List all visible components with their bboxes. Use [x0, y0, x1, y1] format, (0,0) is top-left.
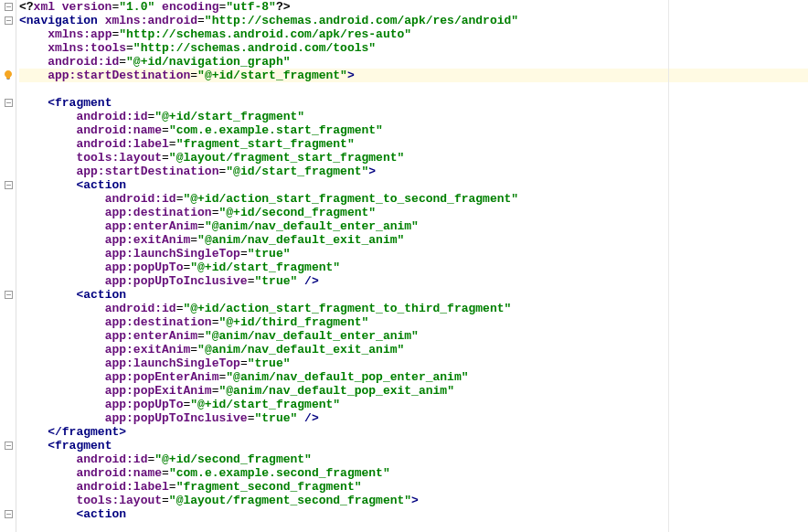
xml-editor[interactable]: <?xml version="1.0" encoding="utf-8"?><n…	[0, 0, 808, 532]
code-line[interactable]: app:launchSingleTop="true"	[19, 247, 808, 261]
code-line[interactable]: android:label="fragment_start_fragment"	[19, 137, 808, 151]
token: "@anim/nav_default_pop_exit_anim"	[218, 384, 453, 398]
token: =	[162, 494, 169, 507]
token: =	[169, 137, 176, 151]
token: enterAnim	[133, 219, 197, 233]
code-line[interactable]: app:destination="@+id/second_fragment"	[19, 206, 808, 219]
token: <?	[19, 0, 34, 14]
token: popEnterAnim	[133, 370, 219, 384]
code-area[interactable]: <?xml version="1.0" encoding="utf-8"?><n…	[16, 0, 808, 532]
token: >	[368, 165, 376, 178]
token: "@+id/third_fragment"	[218, 315, 368, 329]
token: "com.e.example.start_fragment"	[169, 123, 383, 137]
token: app:	[105, 247, 133, 261]
token: <action	[76, 178, 126, 192]
code-line[interactable]: app:startDestination="@+id/start_fragmen…	[19, 69, 808, 82]
token: startDestination	[76, 69, 190, 82]
token: "@anim/nav_default_exit_anim"	[197, 343, 404, 356]
code-line[interactable]: app:enterAnim="@anim/nav_default_enter_a…	[19, 219, 808, 233]
code-line[interactable]: app:popUpTo="@+id/start_fragment"	[19, 398, 808, 411]
token: app:	[48, 69, 76, 82]
code-line[interactable]: android:name="com.e.example.second_fragm…	[19, 466, 808, 480]
token: "@id/start_fragment"	[226, 165, 368, 178]
code-line[interactable]: <fragment	[19, 439, 808, 452]
code-line[interactable]: app:destination="@+id/third_fragment"	[19, 315, 808, 329]
code-line[interactable]: android:id="@+id/action_start_fragment_t…	[19, 302, 808, 315]
token: =	[119, 55, 126, 69]
token: exitAnim	[133, 233, 190, 247]
fold-toggle-icon[interactable]	[2, 14, 15, 27]
token: "com.e.example.second_fragment"	[169, 466, 390, 480]
token: <fragment	[48, 96, 112, 110]
token: =	[162, 123, 169, 137]
code-line[interactable]: <fragment	[19, 96, 808, 110]
token: launchSingleTop	[133, 356, 240, 370]
code-line[interactable]: app:popUpToInclusive="true" />	[19, 411, 808, 425]
token: "http://schemas.android.com/tools"	[133, 41, 376, 55]
code-line[interactable]: <action	[19, 288, 808, 302]
token: id	[162, 192, 176, 206]
token: android:	[48, 55, 104, 69]
fold-toggle-icon[interactable]	[2, 96, 15, 109]
token: popUpTo	[133, 261, 184, 274]
token	[154, 0, 162, 14]
code-line[interactable]: android:name="com.e.example.start_fragme…	[19, 123, 808, 137]
code-line[interactable]: app:popUpToInclusive="true" />	[19, 274, 808, 288]
token: "1.0"	[119, 0, 154, 14]
code-line[interactable]: android:label="fragment_second_fragment"	[19, 480, 808, 494]
token: =	[197, 219, 205, 233]
token: layout	[119, 151, 162, 165]
token: "@+id/start_fragment"	[197, 69, 347, 82]
token: =	[190, 69, 197, 82]
token: app:	[105, 370, 133, 384]
code-line[interactable]: tools:layout="@layout/fragment_second_fr…	[19, 494, 808, 507]
code-line[interactable]: app:popEnterAnim="@anim/nav_default_pop_…	[19, 370, 808, 384]
code-line[interactable]: tools:layout="@layout/fragment_start_fra…	[19, 151, 808, 165]
token: name	[133, 466, 162, 480]
token: layout	[119, 494, 162, 507]
code-line[interactable]: app:popUpTo="@+id/start_fragment"	[19, 261, 808, 274]
token: ?>	[276, 0, 291, 14]
token: "@+id/navigation_graph"	[126, 55, 290, 69]
fold-toggle-icon[interactable]	[2, 0, 15, 13]
token: =	[197, 329, 205, 343]
code-line[interactable]: xmlns:app="http://schemas.android.com/ap…	[19, 27, 808, 41]
token: =	[162, 466, 169, 480]
code-line[interactable]: <action	[19, 178, 808, 192]
token: "fragment_second_fragment"	[176, 480, 362, 494]
code-line[interactable]: app:exitAnim="@anim/nav_default_exit_ani…	[19, 343, 808, 356]
token: enterAnim	[133, 329, 197, 343]
code-line[interactable]: </fragment>	[19, 425, 808, 439]
token: id	[133, 110, 148, 123]
token: "@anim/nav_default_exit_anim"	[197, 233, 404, 247]
code-line[interactable]: android:id="@+id/start_fragment"	[19, 110, 808, 123]
fold-toggle-icon[interactable]	[2, 507, 15, 520]
token: "fragment_start_fragment"	[176, 137, 355, 151]
token: exitAnim	[133, 343, 190, 356]
code-line[interactable]: android:id="@+id/navigation_graph"	[19, 55, 808, 69]
code-line[interactable]: android:id="@+id/second_fragment"	[19, 452, 808, 466]
token: popUpToInclusive	[133, 411, 248, 425]
code-line[interactable]: app:startDestination="@id/start_fragment…	[19, 165, 808, 178]
token: <navigation	[19, 14, 105, 27]
code-line[interactable]: <?xml version="1.0" encoding="utf-8"?>	[19, 0, 808, 14]
token: "@layout/fragment_second_fragment"	[169, 494, 411, 507]
fold-toggle-icon[interactable]	[2, 178, 15, 191]
fold-toggle-icon[interactable]	[2, 288, 15, 301]
code-line[interactable]: app:enterAnim="@anim/nav_default_enter_a…	[19, 329, 808, 343]
token: android:	[105, 192, 162, 206]
fold-toggle-icon[interactable]	[2, 439, 15, 452]
code-line[interactable]: xmlns:tools="http://schemas.android.com/…	[19, 41, 808, 55]
code-line[interactable]: <action	[19, 507, 808, 521]
token: android:	[105, 302, 162, 315]
code-line[interactable]: android:id="@+id/action_start_fragment_t…	[19, 192, 808, 206]
intention-bulb-icon[interactable]	[2, 69, 15, 81]
code-line[interactable]: app:exitAnim="@anim/nav_default_exit_ani…	[19, 233, 808, 247]
code-line[interactable]: <navigation xmlns:android="http://schema…	[19, 14, 808, 27]
token: android	[147, 14, 197, 27]
code-line[interactable]: app:popExitAnim="@anim/nav_default_pop_e…	[19, 384, 808, 398]
token: tools:	[76, 494, 119, 507]
token: />	[297, 411, 318, 425]
code-line[interactable]: app:launchSingleTop="true"	[19, 356, 808, 370]
code-line[interactable]	[19, 82, 808, 96]
